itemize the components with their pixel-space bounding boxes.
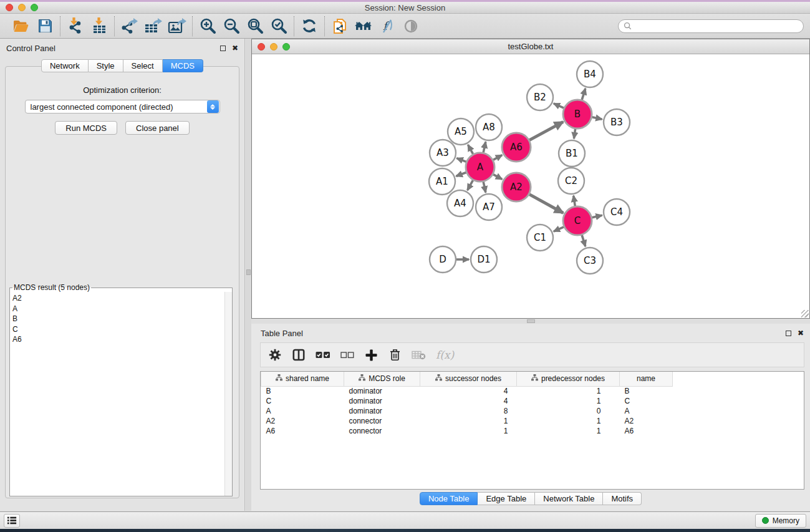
eye-icon[interactable] xyxy=(401,17,421,36)
network-resize-grip[interactable] xyxy=(801,310,809,317)
node-A[interactable]: A xyxy=(466,153,494,181)
columns-icon[interactable] xyxy=(292,347,306,362)
zoom-out-icon[interactable] xyxy=(221,17,241,36)
column-header-predecessor-nodes[interactable]: predecessor nodes xyxy=(517,372,620,386)
export-image-icon[interactable] xyxy=(167,17,187,36)
settings-icon[interactable] xyxy=(268,347,282,362)
network-canvas[interactable]: AA1A2A3A4A5A6A7A8BB1B2B3B4CC1C2C3C4DD1 xyxy=(252,54,809,318)
node-B1[interactable]: B1 xyxy=(559,140,585,167)
table-cell[interactable]: 4 xyxy=(420,396,517,406)
delete-icon[interactable] xyxy=(388,347,402,362)
table-cell[interactable]: B xyxy=(620,386,673,396)
table-cell[interactable]: A2 xyxy=(261,416,344,426)
node-D1[interactable]: D1 xyxy=(471,246,497,273)
mcds-result-item[interactable]: A6 xyxy=(12,334,224,345)
node-table[interactable]: shared nameMCDS rolesuccessor nodesprede… xyxy=(260,371,804,490)
vertical-splitter[interactable] xyxy=(246,39,251,511)
tab-select[interactable]: Select xyxy=(123,59,163,72)
node-B[interactable]: B xyxy=(563,100,592,128)
zoom-in-icon[interactable] xyxy=(198,17,218,36)
open-file-icon[interactable] xyxy=(11,17,31,36)
table-cell[interactable]: A6 xyxy=(620,426,673,436)
node-D[interactable]: D xyxy=(430,246,456,273)
column-header-successor-nodes[interactable]: successor nodes xyxy=(420,372,517,386)
home-icon[interactable] xyxy=(354,17,374,36)
table-cell[interactable]: B xyxy=(261,386,344,396)
table-close-icon[interactable]: ✖ xyxy=(798,331,804,336)
close-panel-icon[interactable]: ✖ xyxy=(232,46,238,51)
deselect-all-icon[interactable] xyxy=(340,347,354,362)
column-header-name[interactable]: name xyxy=(620,372,673,386)
tab-node-table[interactable]: Node Table xyxy=(420,492,478,505)
search-box[interactable] xyxy=(618,19,804,33)
edge-A-A7[interactable] xyxy=(483,181,486,192)
table-cell[interactable]: A2 xyxy=(620,416,673,426)
edge-A6-B[interactable] xyxy=(529,122,563,140)
hide-f-icon[interactable]: f xyxy=(377,17,397,36)
mcds-result-item[interactable]: C xyxy=(12,324,224,335)
close-panel-button[interactable]: Close panel xyxy=(125,121,190,135)
table-float-icon[interactable] xyxy=(786,331,791,336)
network-graph[interactable]: AA1A2A3A4A5A6A7A8BB1B2B3B4CC1C2C3C4DD1 xyxy=(252,54,809,318)
table-cell[interactable]: dominator xyxy=(344,386,420,396)
zoom-fit-icon[interactable] xyxy=(245,17,265,36)
column-header-shared-name[interactable]: shared name xyxy=(261,372,344,386)
import-network-icon[interactable] xyxy=(65,17,85,36)
table-cell[interactable]: 1 xyxy=(420,416,517,426)
table-cell[interactable]: 1 xyxy=(517,426,620,436)
table-cell[interactable]: A6 xyxy=(261,426,344,436)
memory-button[interactable]: Memory xyxy=(755,514,806,528)
import-table-icon[interactable] xyxy=(89,17,109,36)
column-header-MCDS-role[interactable]: MCDS role xyxy=(344,372,420,386)
node-A8[interactable]: A8 xyxy=(476,114,502,140)
table-cell[interactable]: 1 xyxy=(517,386,620,396)
edge-A-A4[interactable] xyxy=(468,180,473,190)
node-A4[interactable]: A4 xyxy=(447,190,473,216)
node-C[interactable]: C xyxy=(563,206,592,235)
edge-B-B4[interactable] xyxy=(582,89,586,100)
tab-edge-table[interactable]: Edge Table xyxy=(478,492,535,505)
node-B3[interactable]: B3 xyxy=(604,109,630,135)
node-C3[interactable]: C3 xyxy=(577,248,603,274)
table-row[interactable]: A6connector11A6 xyxy=(261,426,673,436)
criterion-dropdown[interactable]: largest connected component (directed) xyxy=(25,100,220,114)
run-mcds-button[interactable]: Run MCDS xyxy=(55,121,117,135)
table-row[interactable]: Adominator80A xyxy=(261,406,673,416)
node-A7[interactable]: A7 xyxy=(476,194,502,220)
table-row[interactable]: Bdominator41B xyxy=(261,386,673,396)
table-row[interactable]: A2connector11A2 xyxy=(261,416,673,426)
export-table-icon[interactable] xyxy=(143,17,163,36)
zoom-selected-icon[interactable] xyxy=(269,17,289,36)
edge-A-A2[interactable] xyxy=(493,175,502,180)
edge-A-A6[interactable] xyxy=(493,155,502,160)
table-cell[interactable]: dominator xyxy=(344,406,420,416)
edge-A-A1[interactable] xyxy=(456,172,466,176)
table-cell[interactable]: C xyxy=(620,396,673,406)
edge-A2-C[interactable] xyxy=(529,195,563,213)
node-C1[interactable]: C1 xyxy=(527,225,553,251)
export-network-icon[interactable] xyxy=(120,17,140,36)
node-B4[interactable]: B4 xyxy=(577,61,603,87)
node-A1[interactable]: A1 xyxy=(429,168,455,195)
search-input[interactable] xyxy=(634,22,798,31)
edge-A-A8[interactable] xyxy=(483,142,486,152)
table-cell[interactable]: A xyxy=(620,406,673,416)
edge-C-C2[interactable] xyxy=(574,196,576,206)
edge-B-B3[interactable] xyxy=(592,117,602,119)
table-cell[interactable]: connector xyxy=(344,416,420,426)
edge-B-B1[interactable] xyxy=(574,129,575,138)
table-cell[interactable]: 1 xyxy=(420,426,517,436)
refresh-icon[interactable] xyxy=(299,17,319,36)
table-row[interactable]: Cdominator41C xyxy=(261,396,673,406)
node-A5[interactable]: A5 xyxy=(448,118,474,145)
clone-network-icon[interactable] xyxy=(330,17,350,36)
table-cell[interactable]: 1 xyxy=(517,416,620,426)
table-cell[interactable]: 4 xyxy=(420,386,517,396)
add-icon[interactable] xyxy=(364,347,378,362)
table-cell[interactable]: A xyxy=(261,406,344,416)
edge-A-A5[interactable] xyxy=(468,145,473,154)
node-C4[interactable]: C4 xyxy=(604,199,630,225)
table-cell[interactable]: C xyxy=(261,396,344,406)
tab-style[interactable]: Style xyxy=(89,59,123,72)
table-cell[interactable]: 0 xyxy=(517,406,620,416)
